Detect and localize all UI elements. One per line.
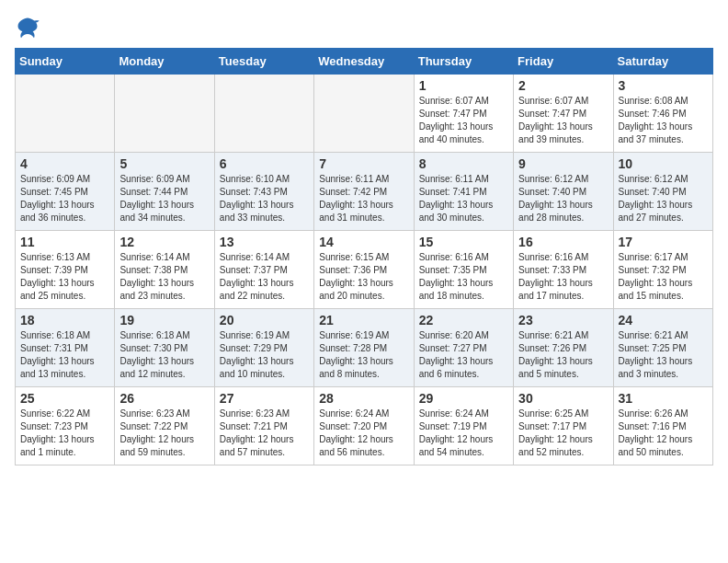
day-info: Sunrise: 6:12 AMSunset: 7:40 PMDaylight:… [619,173,708,224]
column-header-thursday: Thursday [414,49,513,75]
day-number: 6 [220,156,309,171]
day-info: Sunrise: 6:09 AMSunset: 7:44 PMDaylight:… [119,173,209,224]
day-number: 2 [518,78,608,93]
calendar-cell: 26Sunrise: 6:23 AMSunset: 7:22 PMDayligh… [115,387,214,465]
column-header-monday: Monday [115,49,214,75]
day-info: Sunrise: 6:25 AMSunset: 7:17 PMDaylight:… [518,408,608,459]
day-number: 20 [220,313,309,327]
calendar-cell: 7Sunrise: 6:11 AMSunset: 7:42 PMDaylight… [314,153,414,231]
calendar-cell: 9Sunrise: 6:12 AMSunset: 7:40 PMDaylight… [514,153,613,231]
day-number: 15 [419,235,508,249]
calendar-cell: 2Sunrise: 6:07 AMSunset: 7:47 PMDaylight… [514,75,613,153]
calendar-cell: 19Sunrise: 6:18 AMSunset: 7:30 PMDayligh… [115,309,214,387]
calendar-cell: 23Sunrise: 6:21 AMSunset: 7:26 PMDayligh… [514,309,613,387]
column-header-sunday: Sunday [16,49,115,75]
calendar-cell: 27Sunrise: 6:23 AMSunset: 7:21 PMDayligh… [214,387,313,465]
calendar-cell: 8Sunrise: 6:11 AMSunset: 7:41 PMDaylight… [414,153,513,231]
calendar-week-row: 11Sunrise: 6:13 AMSunset: 7:39 PMDayligh… [16,231,713,309]
day-number: 27 [220,391,309,406]
day-info: Sunrise: 6:07 AMSunset: 7:47 PMDaylight:… [518,95,608,146]
day-info: Sunrise: 6:22 AMSunset: 7:23 PMDaylight:… [20,408,109,459]
day-info: Sunrise: 6:19 AMSunset: 7:28 PMDaylight:… [319,329,408,381]
column-header-tuesday: Tuesday [214,49,313,75]
day-info: Sunrise: 6:16 AMSunset: 7:35 PMDaylight:… [419,251,508,303]
calendar-header-row: SundayMondayTuesdayWednesdayThursdayFrid… [16,49,713,75]
calendar-cell [314,75,414,153]
day-info: Sunrise: 6:14 AMSunset: 7:37 PMDaylight:… [220,251,309,303]
day-number: 26 [119,391,209,406]
day-info: Sunrise: 6:13 AMSunset: 7:39 PMDaylight:… [20,251,109,303]
calendar-cell: 6Sunrise: 6:10 AMSunset: 7:43 PMDaylight… [214,153,313,231]
logo [15,15,44,40]
day-number: 19 [119,313,209,327]
calendar-cell [214,75,313,153]
day-info: Sunrise: 6:23 AMSunset: 7:22 PMDaylight:… [119,408,209,459]
day-number: 29 [419,391,508,406]
logo-bird-icon [15,15,40,40]
calendar-cell: 1Sunrise: 6:07 AMSunset: 7:47 PMDaylight… [414,75,513,153]
day-number: 28 [319,391,408,406]
day-info: Sunrise: 6:17 AMSunset: 7:32 PMDaylight:… [619,251,708,303]
calendar-cell: 10Sunrise: 6:12 AMSunset: 7:40 PMDayligh… [613,153,712,231]
calendar-cell [115,75,214,153]
calendar-cell: 29Sunrise: 6:24 AMSunset: 7:19 PMDayligh… [414,387,513,465]
day-info: Sunrise: 6:24 AMSunset: 7:19 PMDaylight:… [419,408,508,459]
calendar-cell: 16Sunrise: 6:16 AMSunset: 7:33 PMDayligh… [514,231,613,309]
day-info: Sunrise: 6:18 AMSunset: 7:31 PMDaylight:… [20,329,109,381]
day-number: 8 [419,156,508,171]
day-info: Sunrise: 6:20 AMSunset: 7:27 PMDaylight:… [419,329,508,381]
calendar-week-row: 25Sunrise: 6:22 AMSunset: 7:23 PMDayligh… [16,387,713,465]
calendar-cell: 15Sunrise: 6:16 AMSunset: 7:35 PMDayligh… [414,231,513,309]
calendar-cell: 24Sunrise: 6:21 AMSunset: 7:25 PMDayligh… [613,309,712,387]
calendar-cell: 17Sunrise: 6:17 AMSunset: 7:32 PMDayligh… [613,231,712,309]
day-number: 22 [419,313,508,327]
day-number: 4 [20,156,109,171]
day-number: 24 [619,313,708,327]
day-number: 3 [619,78,708,93]
calendar-cell [16,75,115,153]
day-info: Sunrise: 6:16 AMSunset: 7:33 PMDaylight:… [518,251,608,303]
day-info: Sunrise: 6:18 AMSunset: 7:30 PMDaylight:… [119,329,209,381]
day-info: Sunrise: 6:14 AMSunset: 7:38 PMDaylight:… [119,251,209,303]
calendar-cell: 5Sunrise: 6:09 AMSunset: 7:44 PMDaylight… [115,153,214,231]
day-info: Sunrise: 6:08 AMSunset: 7:46 PMDaylight:… [619,95,708,146]
day-number: 21 [319,313,408,327]
day-info: Sunrise: 6:26 AMSunset: 7:16 PMDaylight:… [619,408,708,459]
day-info: Sunrise: 6:21 AMSunset: 7:25 PMDaylight:… [619,329,708,381]
day-number: 7 [319,156,408,171]
calendar-week-row: 18Sunrise: 6:18 AMSunset: 7:31 PMDayligh… [16,309,713,387]
day-info: Sunrise: 6:19 AMSunset: 7:29 PMDaylight:… [220,329,309,381]
day-info: Sunrise: 6:24 AMSunset: 7:20 PMDaylight:… [319,408,408,459]
calendar-cell: 11Sunrise: 6:13 AMSunset: 7:39 PMDayligh… [16,231,115,309]
day-info: Sunrise: 6:12 AMSunset: 7:40 PMDaylight:… [518,173,608,224]
calendar-cell: 30Sunrise: 6:25 AMSunset: 7:17 PMDayligh… [514,387,613,465]
day-number: 25 [20,391,109,406]
calendar-cell: 14Sunrise: 6:15 AMSunset: 7:36 PMDayligh… [314,231,414,309]
calendar-cell: 28Sunrise: 6:24 AMSunset: 7:20 PMDayligh… [314,387,414,465]
calendar-cell: 13Sunrise: 6:14 AMSunset: 7:37 PMDayligh… [214,231,313,309]
day-info: Sunrise: 6:09 AMSunset: 7:45 PMDaylight:… [20,173,109,224]
calendar-cell: 20Sunrise: 6:19 AMSunset: 7:29 PMDayligh… [214,309,313,387]
day-number: 18 [20,313,109,327]
column-header-saturday: Saturday [613,49,712,75]
calendar-cell: 21Sunrise: 6:19 AMSunset: 7:28 PMDayligh… [314,309,414,387]
day-info: Sunrise: 6:23 AMSunset: 7:21 PMDaylight:… [220,408,309,459]
day-number: 11 [20,235,109,249]
day-info: Sunrise: 6:15 AMSunset: 7:36 PMDaylight:… [319,251,408,303]
day-number: 10 [619,156,708,171]
day-info: Sunrise: 6:21 AMSunset: 7:26 PMDaylight:… [518,329,608,381]
day-info: Sunrise: 6:11 AMSunset: 7:41 PMDaylight:… [419,173,508,224]
calendar-cell: 12Sunrise: 6:14 AMSunset: 7:38 PMDayligh… [115,231,214,309]
day-info: Sunrise: 6:11 AMSunset: 7:42 PMDaylight:… [319,173,408,224]
day-number: 5 [119,156,209,171]
day-info: Sunrise: 6:07 AMSunset: 7:47 PMDaylight:… [419,95,508,146]
calendar-week-row: 4Sunrise: 6:09 AMSunset: 7:45 PMDaylight… [16,153,713,231]
day-number: 17 [619,235,708,249]
day-number: 12 [119,235,209,249]
calendar-cell: 18Sunrise: 6:18 AMSunset: 7:31 PMDayligh… [16,309,115,387]
day-number: 13 [220,235,309,249]
calendar-cell: 3Sunrise: 6:08 AMSunset: 7:46 PMDaylight… [613,75,712,153]
calendar-cell: 25Sunrise: 6:22 AMSunset: 7:23 PMDayligh… [16,387,115,465]
day-number: 9 [518,156,608,171]
day-number: 16 [518,235,608,249]
